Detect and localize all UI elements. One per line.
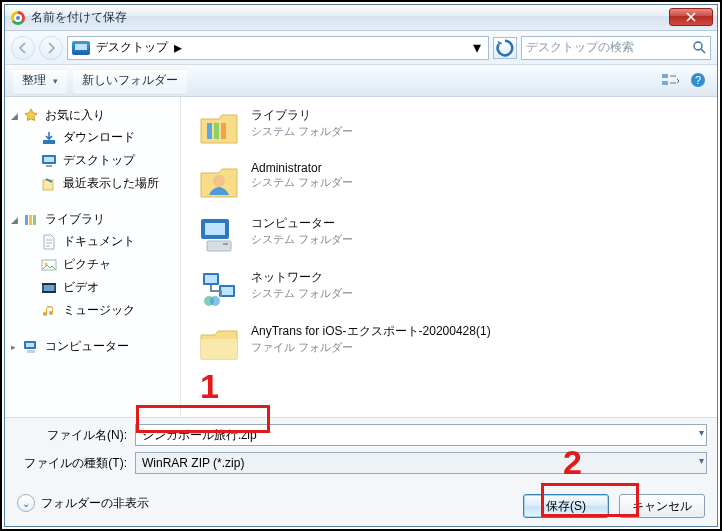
- content-pane[interactable]: ライブラリシステム フォルダー Administratorシステム フォルダー …: [181, 97, 717, 417]
- document-icon: [41, 234, 57, 250]
- sidebar-computer-group: ▸ コンピューター: [5, 336, 180, 357]
- sidebar-item-videos[interactable]: ビデオ: [5, 276, 180, 299]
- refresh-button[interactable]: [493, 37, 517, 59]
- organize-button[interactable]: 整理: [13, 69, 67, 93]
- close-button[interactable]: [669, 8, 713, 26]
- svg-rect-7: [44, 157, 54, 162]
- svg-point-35: [210, 296, 220, 306]
- svg-rect-5: [43, 140, 55, 144]
- filename-label: ファイル名(N):: [15, 427, 127, 444]
- window-title: 名前を付けて保存: [31, 9, 127, 26]
- item-network[interactable]: ネットワークシステム フォルダー: [197, 267, 447, 311]
- back-button[interactable]: [11, 36, 35, 60]
- svg-rect-28: [207, 241, 231, 251]
- network-icon: [197, 267, 241, 311]
- svg-rect-8: [46, 165, 52, 167]
- sidebar-item-recent[interactable]: 最近表示した場所: [5, 172, 180, 195]
- sidebar-item-downloads[interactable]: ダウンロード: [5, 126, 180, 149]
- svg-rect-27: [205, 223, 225, 235]
- computer-icon: [197, 213, 241, 257]
- item-administrator[interactable]: Administratorシステム フォルダー: [197, 159, 447, 203]
- sidebar-libraries-group: ◢ ライブラリ ドキュメント ピクチャ ビデオ ミュージック: [5, 209, 180, 322]
- libraries-icon: [23, 212, 39, 228]
- sidebar-item-music[interactable]: ミュージック: [5, 299, 180, 322]
- chrome-icon: [11, 11, 25, 25]
- sidebar: ◢ お気に入り ダウンロード デスクトップ 最近表示した場所 ◢ ライブラリ ド…: [5, 97, 181, 417]
- svg-rect-33: [221, 287, 233, 295]
- video-icon: [41, 280, 57, 296]
- svg-rect-24: [221, 123, 226, 139]
- user-folder-icon: [197, 159, 241, 203]
- item-anytrans-folder[interactable]: AnyTrans for iOS-エクスポート-20200428(1)ファイル …: [197, 321, 537, 365]
- svg-point-0: [694, 42, 702, 50]
- svg-rect-18: [42, 291, 56, 293]
- recent-icon: [41, 176, 57, 192]
- svg-rect-1: [662, 74, 668, 78]
- sidebar-computer[interactable]: ▸ コンピューター: [5, 336, 180, 357]
- sidebar-favorites[interactable]: ◢ お気に入り: [5, 105, 180, 126]
- save-button[interactable]: 保存(S): [523, 494, 609, 518]
- folder-icon: [197, 321, 241, 365]
- title-bar: 名前を付けて保存: [5, 5, 717, 31]
- dropdown-icon[interactable]: ▾: [699, 427, 704, 438]
- sidebar-item-desktop[interactable]: デスクトップ: [5, 149, 180, 172]
- search-placeholder: デスクトップの検索: [526, 39, 634, 56]
- svg-rect-21: [27, 350, 35, 353]
- svg-rect-17: [42, 283, 56, 285]
- breadcrumb-dropdown[interactable]: ▾: [468, 39, 486, 57]
- new-folder-button[interactable]: 新しいフォルダー: [73, 69, 187, 93]
- filetype-select[interactable]: WinRAR ZIP (*.zip)▾: [135, 452, 707, 474]
- dropdown-icon[interactable]: ▾: [699, 455, 704, 466]
- search-input[interactable]: デスクトップの検索: [521, 36, 711, 60]
- music-icon: [41, 303, 57, 319]
- sidebar-item-documents[interactable]: ドキュメント: [5, 230, 180, 253]
- svg-rect-2: [662, 81, 668, 85]
- sidebar-favorites-group: ◢ お気に入り ダウンロード デスクトップ 最近表示した場所: [5, 105, 180, 195]
- svg-rect-22: [207, 123, 212, 139]
- svg-point-25: [213, 175, 225, 187]
- svg-rect-11: [29, 215, 32, 225]
- breadcrumb-text: デスクトップ: [96, 39, 168, 56]
- expand-icon: ◢: [11, 215, 18, 225]
- svg-rect-29: [223, 243, 228, 245]
- svg-text:?: ?: [695, 74, 701, 86]
- desktop-icon: [72, 41, 90, 55]
- body-area: ◢ お気に入り ダウンロード デスクトップ 最近表示した場所 ◢ ライブラリ ド…: [5, 97, 717, 417]
- desktop-icon: [41, 153, 57, 169]
- svg-rect-10: [25, 215, 28, 225]
- forward-button[interactable]: [39, 36, 63, 60]
- svg-rect-23: [214, 123, 219, 139]
- svg-rect-20: [26, 343, 34, 347]
- downloads-icon: [41, 130, 57, 146]
- view-options-button[interactable]: [659, 69, 681, 91]
- svg-rect-16: [44, 285, 54, 291]
- computer-icon: [23, 339, 39, 355]
- nav-row: デスクトップ ▸ ▾ デスクトップの検索: [5, 31, 717, 65]
- toolbar: 整理 新しいフォルダー ?: [5, 65, 717, 97]
- hide-folders-toggle[interactable]: ⌄ フォルダーの非表示: [17, 494, 149, 512]
- cancel-button[interactable]: キャンセル: [619, 494, 705, 518]
- sidebar-libraries[interactable]: ◢ ライブラリ: [5, 209, 180, 230]
- expand-icon: ▸: [11, 342, 16, 352]
- item-libraries[interactable]: ライブラリシステム フォルダー: [197, 105, 447, 149]
- chevron-right-icon: ▸: [174, 38, 182, 57]
- close-icon: [686, 12, 696, 22]
- svg-rect-31: [205, 275, 217, 283]
- bottom-panel: ファイル名(N): シンガポール旅行.zip▾ ファイルの種類(T): WinR…: [5, 417, 717, 526]
- help-button[interactable]: ?: [687, 69, 709, 91]
- search-icon: [692, 40, 706, 57]
- picture-icon: [41, 257, 57, 273]
- item-computer[interactable]: コンピューターシステム フォルダー: [197, 213, 447, 257]
- sidebar-item-pictures[interactable]: ピクチャ: [5, 253, 180, 276]
- libraries-icon: [197, 105, 241, 149]
- filename-input[interactable]: シンガポール旅行.zip▾: [135, 424, 707, 446]
- expand-icon: ◢: [11, 111, 18, 121]
- filetype-label: ファイルの種類(T):: [15, 455, 127, 472]
- svg-rect-12: [33, 215, 36, 225]
- chevron-down-icon: ⌄: [17, 494, 35, 512]
- star-icon: [23, 108, 39, 124]
- breadcrumb[interactable]: デスクトップ ▸ ▾: [67, 36, 489, 60]
